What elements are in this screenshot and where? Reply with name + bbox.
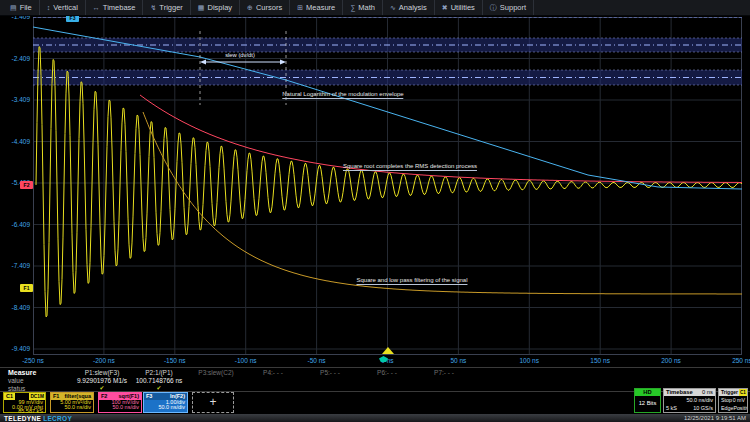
trigger-label: Trigger — [721, 389, 738, 396]
trigger-source-badge: C1 — [739, 389, 747, 396]
menu-display[interactable]: ▦Display — [191, 0, 240, 15]
timebase-samplerate: 10 GS/s — [693, 404, 713, 412]
x-tick: 0 ns — [367, 357, 407, 364]
menu-cursors[interactable]: ⊕Cursors — [240, 0, 290, 15]
brand-teledyne: TELEDYNE — [4, 415, 41, 422]
vertical-icon: ↕ — [47, 4, 51, 11]
p3-value — [161, 377, 271, 385]
menu-utilities[interactable]: ✖Utilities — [435, 0, 483, 15]
x-tick: -200 ns — [84, 357, 124, 364]
y-tick: -7.409 — [0, 261, 30, 270]
hd-bits: 12 Bits — [635, 396, 660, 406]
waveform-svg — [33, 17, 742, 355]
menu-math[interactable]: ∑Math — [343, 0, 383, 15]
f2-label: F2 — [101, 393, 107, 400]
trigger-icon: ↯ — [150, 4, 156, 11]
param-p7[interactable]: P7:- - - — [389, 369, 499, 377]
menu-measure[interactable]: ⊞Measure — [290, 0, 343, 15]
menu-bar: ▤File ↕Vertical ↔Timebase ↯Trigger ▦Disp… — [0, 0, 750, 16]
brand-lecroy: LECROY — [43, 415, 72, 422]
arrow-head-left — [200, 60, 206, 65]
waveform-grid[interactable]: slew (dv/dt) Natural Logarithm of the mo… — [33, 17, 742, 355]
cursors-icon: ⊕ — [247, 4, 253, 11]
x-tick: 100 ns — [509, 357, 549, 364]
f2-level-indicator[interactable]: F2 — [20, 181, 33, 189]
x-tick: 200 ns — [651, 357, 691, 364]
timebase-samples: 5 kS — [666, 404, 677, 412]
f1-descriptor-box[interactable]: F1 filter(squa 5.00 mV²/div 50.0 ns/div — [50, 392, 94, 413]
y-tick: -4.409 — [0, 137, 30, 146]
f1-label: F1 — [53, 393, 59, 400]
menu-math-label: Math — [358, 3, 375, 12]
measure-row-label: Measure — [8, 369, 36, 376]
menu-utilities-label: Utilities — [451, 3, 475, 12]
oscilloscope-screen: ▤File ↕Vertical ↔Timebase ↯Trigger ▦Disp… — [0, 0, 750, 422]
y-tick: -6.409 — [0, 220, 30, 229]
f3-descriptor-box-selected[interactable]: F3 ln(F2) 1.00/div 50.0 ns/div — [143, 392, 188, 413]
timebase-offset: 0 ns — [702, 389, 713, 396]
utilities-icon: ✖ — [442, 4, 448, 11]
teledyne-lecroy-logo: TELEDYNE LECROY — [4, 415, 72, 422]
slew-annotation-label: slew (dv/dt) — [225, 52, 255, 58]
f3-label: F3 — [146, 393, 152, 400]
menu-vertical-label: Vertical — [53, 3, 78, 12]
menu-timebase[interactable]: ↔Timebase — [86, 0, 144, 15]
filter-annotation: Square and low pass filtering of the sig… — [356, 277, 467, 285]
c1-label: C1 — [4, 393, 15, 400]
f1-level-indicator[interactable]: F1 — [20, 284, 33, 292]
menu-analysis-label: Analysis — [399, 3, 427, 12]
trigger-mode: Stop — [721, 396, 732, 404]
trigger-slope: Positive — [733, 404, 748, 412]
grid-lines — [33, 17, 742, 355]
measure-separator-top — [0, 367, 750, 368]
x-tick: -50 ns — [297, 357, 337, 364]
menu-file-label: File — [20, 3, 32, 12]
datetime: 12/25/2021 9:19:51 AM — [684, 415, 746, 421]
menu-analysis[interactable]: ∿Analysis — [383, 0, 435, 15]
y-tick: -3.409 — [0, 95, 30, 104]
y-tick: -8.409 — [0, 303, 30, 312]
f3-tdiv: 50.0 ns/div — [146, 405, 185, 410]
f1-tdiv: 50.0 ns/div — [53, 405, 91, 410]
add-trace-button[interactable]: + — [192, 392, 234, 413]
c1-descriptor-box[interactable]: C1 DC1M 99 mV/div 0.00 mV ofst 85.587 kS — [3, 392, 46, 413]
math-icon: ∑ — [350, 4, 355, 11]
x-tick: -250 ns — [13, 357, 53, 364]
y-tick: -9.409 — [0, 344, 30, 353]
menu-cursors-label: Cursors — [256, 3, 282, 12]
menu-vertical[interactable]: ↕Vertical — [40, 0, 86, 15]
upper-gate-dashed-line — [33, 17, 742, 18]
f2-descriptor-box[interactable]: F2 sqrt(F1) 100 mV/div 50.0 ns/div — [98, 392, 142, 413]
status-bar: TELEDYNE LECROY 12/25/2021 9:19:51 AM — [0, 414, 750, 422]
x-tick: -150 ns — [155, 357, 195, 364]
value-row-label: value — [8, 377, 24, 384]
menu-trigger-label: Trigger — [159, 3, 182, 12]
y-tick: -2.409 — [0, 54, 30, 63]
trigger-time-marker[interactable] — [382, 347, 394, 354]
rms-annotation: Square root completes the RMS detection … — [343, 163, 477, 171]
menu-trigger[interactable]: ↯Trigger — [143, 0, 190, 15]
f2-tdiv: 50.0 ns/div — [101, 405, 139, 410]
hd-mode-box[interactable]: HD 12 Bits — [634, 388, 661, 413]
menu-timebase-label: Timebase — [103, 3, 136, 12]
display-icon: ▦ — [198, 4, 205, 11]
menu-file[interactable]: ▤File — [3, 0, 40, 15]
ln-annotation: Natural Logarithm of the modulation enve… — [282, 91, 403, 99]
trigger-box[interactable]: Trigger C1 DC Stop 0 mV Edge Positive — [718, 388, 748, 413]
x-tick: 50 ns — [438, 357, 478, 364]
hd-label: HD — [635, 389, 660, 396]
menu-support[interactable]: ⓘSupport — [483, 0, 534, 15]
trigger-level: 0 mV — [733, 396, 745, 404]
menu-measure-label: Measure — [306, 3, 335, 12]
menu-display-label: Display — [207, 3, 232, 12]
file-icon: ▤ — [10, 4, 17, 11]
support-icon: ⓘ — [490, 4, 497, 11]
timebase-scale: 50.0 ns/div — [686, 396, 713, 404]
timebase-label: Timebase — [666, 389, 693, 396]
x-tick: 150 ns — [580, 357, 620, 364]
timebase-icon: ↔ — [93, 4, 100, 11]
timebase-box[interactable]: Timebase 0 ns 50.0 ns/div 5 kS 10 GS/s — [663, 388, 716, 413]
analysis-icon: ∿ — [390, 4, 396, 11]
menu-support-label: Support — [500, 3, 526, 12]
arrow-head-right — [280, 60, 286, 65]
